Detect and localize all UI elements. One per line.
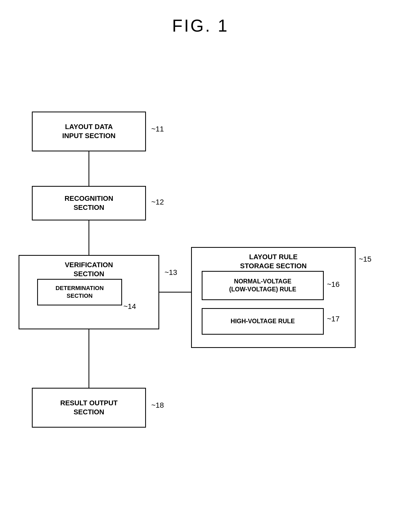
- ref-16: ~16: [327, 280, 340, 289]
- box-16-label: NORMAL-VOLTAGE(LOW-VOLTAGE) RULE: [229, 278, 296, 293]
- box-18-label: RESULT OUTPUTSECTION: [60, 399, 118, 417]
- tilde-14: ~: [123, 302, 128, 310]
- ref-14: ~14: [123, 302, 136, 311]
- tilde-16: ~: [327, 280, 331, 288]
- box-result-output: RESULT OUTPUTSECTION: [32, 388, 146, 428]
- figure-title: FIG. 1: [0, 0, 401, 36]
- box-14-label: DETERMINATIONSECTION: [55, 284, 104, 300]
- box-13-label: VERIFICATIONSECTION: [19, 261, 158, 279]
- box-high-voltage-rule: HIGH-VOLTAGE RULE: [202, 308, 324, 335]
- box-layout-data-input: LAYOUT DATAINPUT SECTION: [32, 112, 146, 151]
- tilde-15: ~: [359, 255, 363, 263]
- diagram-area: LAYOUT DATAINPUT SECTION ~11 RECOGNITION…: [0, 53, 401, 518]
- ref-17: ~17: [327, 315, 340, 323]
- box-11-label: LAYOUT DATAINPUT SECTION: [62, 122, 116, 141]
- box-17-label: HIGH-VOLTAGE RULE: [231, 317, 295, 325]
- tilde-12: ~: [151, 198, 156, 206]
- tilde-17: ~: [327, 315, 331, 323]
- tilde-18: ~: [151, 401, 156, 409]
- box-normal-voltage-rule: NORMAL-VOLTAGE(LOW-VOLTAGE) RULE: [202, 271, 324, 300]
- page-container: FIG. 1 LAYOUT DATAINPUT SECTION ~11: [0, 0, 401, 532]
- ref-13: ~13: [165, 268, 177, 277]
- box-15-label: LAYOUT RULESTORAGE SECTION: [192, 253, 355, 271]
- tilde-11: ~: [151, 125, 156, 133]
- box-recognition: RECOGNITIONSECTION: [32, 186, 146, 220]
- box-determination: DETERMINATIONSECTION: [37, 279, 122, 305]
- ref-18: ~18: [151, 401, 164, 410]
- ref-11: ~11: [151, 125, 164, 133]
- ref-12: ~12: [151, 198, 164, 206]
- tilde-13: ~: [165, 268, 169, 276]
- box-12-label: RECOGNITIONSECTION: [64, 194, 113, 212]
- ref-15: ~15: [359, 255, 372, 263]
